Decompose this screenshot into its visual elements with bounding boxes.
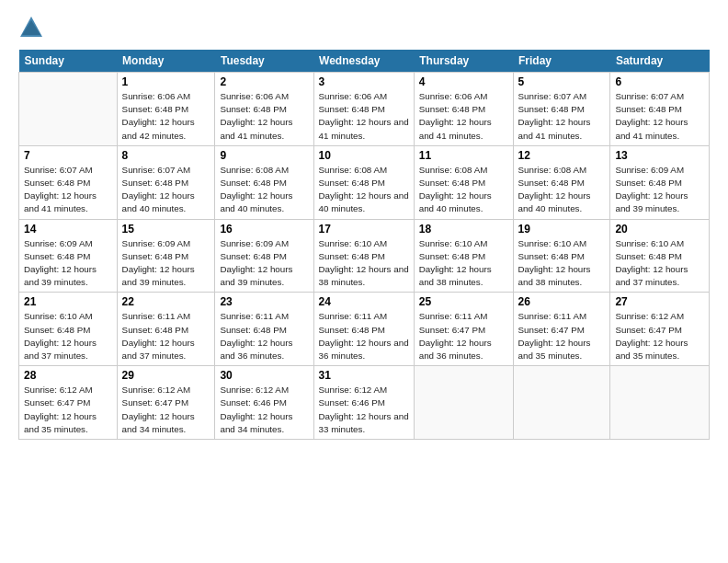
day-number: 27 (615, 295, 704, 308)
day-info: Sunrise: 6:12 AMSunset: 6:46 PMDaylight:… (220, 385, 292, 434)
day-number: 5 (518, 75, 606, 88)
calendar-cell: 26 Sunrise: 6:11 AMSunset: 6:47 PMDaylig… (513, 293, 610, 366)
calendar-cell: 4 Sunrise: 6:06 AMSunset: 6:48 PMDayligh… (414, 73, 513, 146)
logo-icon (18, 15, 44, 40)
day-info: Sunrise: 6:10 AMSunset: 6:48 PMDaylight:… (419, 238, 492, 288)
day-info: Sunrise: 6:09 AMSunset: 6:48 PMDaylight:… (220, 238, 292, 288)
day-info: Sunrise: 6:07 AMSunset: 6:48 PMDaylight:… (24, 165, 97, 214)
calendar-cell: 12 Sunrise: 6:08 AMSunset: 6:48 PMDaylig… (513, 145, 610, 219)
day-info: Sunrise: 6:12 AMSunset: 6:46 PMDaylight:… (319, 385, 409, 434)
day-info: Sunrise: 6:11 AMSunset: 6:48 PMDaylight:… (122, 311, 195, 361)
calendar-week-row: 14 Sunrise: 6:09 AMSunset: 6:48 PMDaylig… (19, 219, 710, 293)
day-number: 31 (319, 369, 409, 382)
calendar-cell: 20 Sunrise: 6:10 AMSunset: 6:48 PMDaylig… (610, 219, 710, 293)
calendar-week-row: 28 Sunrise: 6:12 AMSunset: 6:47 PMDaylig… (19, 366, 710, 440)
day-number: 29 (122, 369, 210, 382)
calendar-cell: 7 Sunrise: 6:07 AMSunset: 6:48 PMDayligh… (19, 145, 118, 219)
calendar-cell: 18 Sunrise: 6:10 AMSunset: 6:48 PMDaylig… (414, 219, 513, 293)
day-info: Sunrise: 6:09 AMSunset: 6:48 PMDaylight:… (122, 238, 195, 288)
weekday-label: Friday (513, 50, 610, 73)
day-info: Sunrise: 6:08 AMSunset: 6:48 PMDaylight:… (419, 165, 492, 214)
day-number: 12 (518, 149, 606, 162)
calendar-cell: 16 Sunrise: 6:09 AMSunset: 6:48 PMDaylig… (215, 219, 313, 293)
day-number: 15 (122, 223, 210, 236)
calendar-cell: 19 Sunrise: 6:10 AMSunset: 6:48 PMDaylig… (513, 219, 610, 293)
calendar-cell (414, 366, 513, 440)
calendar-cell: 2 Sunrise: 6:06 AMSunset: 6:48 PMDayligh… (215, 73, 313, 146)
day-info: Sunrise: 6:10 AMSunset: 6:48 PMDaylight:… (615, 238, 688, 288)
day-info: Sunrise: 6:08 AMSunset: 6:48 PMDaylight:… (518, 165, 591, 214)
calendar-cell: 22 Sunrise: 6:11 AMSunset: 6:48 PMDaylig… (117, 293, 215, 366)
day-number: 2 (220, 75, 308, 88)
day-info: Sunrise: 6:12 AMSunset: 6:47 PMDaylight:… (24, 385, 97, 434)
weekday-label: Tuesday (215, 50, 313, 73)
day-number: 14 (24, 223, 112, 236)
day-number: 24 (319, 295, 409, 308)
day-number: 11 (419, 149, 508, 162)
day-number: 25 (419, 295, 508, 308)
calendar-cell: 5 Sunrise: 6:07 AMSunset: 6:48 PMDayligh… (513, 73, 610, 146)
calendar-cell (610, 366, 710, 440)
calendar-cell: 14 Sunrise: 6:09 AMSunset: 6:48 PMDaylig… (19, 219, 118, 293)
calendar-cell: 24 Sunrise: 6:11 AMSunset: 6:48 PMDaylig… (313, 293, 414, 366)
day-number: 23 (220, 295, 308, 308)
day-number: 10 (319, 149, 409, 162)
calendar-cell: 31 Sunrise: 6:12 AMSunset: 6:46 PMDaylig… (313, 366, 414, 440)
calendar-body: 1 Sunrise: 6:06 AMSunset: 6:48 PMDayligh… (19, 73, 710, 440)
day-info: Sunrise: 6:09 AMSunset: 6:48 PMDaylight:… (24, 238, 97, 288)
day-info: Sunrise: 6:11 AMSunset: 6:47 PMDaylight:… (419, 311, 492, 361)
day-info: Sunrise: 6:11 AMSunset: 6:47 PMDaylight:… (518, 311, 591, 361)
day-number: 22 (122, 295, 210, 308)
calendar-week-row: 21 Sunrise: 6:10 AMSunset: 6:48 PMDaylig… (19, 293, 710, 366)
calendar-cell: 28 Sunrise: 6:12 AMSunset: 6:47 PMDaylig… (19, 366, 118, 440)
page: SundayMondayTuesdayWednesdayThursdayFrid… (0, 0, 728, 563)
day-number: 17 (319, 223, 409, 236)
calendar-cell: 1 Sunrise: 6:06 AMSunset: 6:48 PMDayligh… (117, 73, 215, 146)
day-number: 19 (518, 223, 606, 236)
day-info: Sunrise: 6:12 AMSunset: 6:47 PMDaylight:… (615, 311, 688, 361)
header (18, 15, 710, 40)
calendar-cell: 10 Sunrise: 6:08 AMSunset: 6:48 PMDaylig… (313, 145, 414, 219)
calendar-cell: 8 Sunrise: 6:07 AMSunset: 6:48 PMDayligh… (117, 145, 215, 219)
calendar-cell: 27 Sunrise: 6:12 AMSunset: 6:47 PMDaylig… (610, 293, 710, 366)
day-info: Sunrise: 6:06 AMSunset: 6:48 PMDaylight:… (122, 91, 195, 141)
calendar-cell: 21 Sunrise: 6:10 AMSunset: 6:48 PMDaylig… (19, 293, 118, 366)
weekday-label: Wednesday (313, 50, 414, 73)
calendar-cell: 9 Sunrise: 6:08 AMSunset: 6:48 PMDayligh… (215, 145, 313, 219)
calendar-cell: 6 Sunrise: 6:07 AMSunset: 6:48 PMDayligh… (610, 73, 710, 146)
day-info: Sunrise: 6:11 AMSunset: 6:48 PMDaylight:… (319, 311, 409, 361)
calendar-cell: 25 Sunrise: 6:11 AMSunset: 6:47 PMDaylig… (414, 293, 513, 366)
day-info: Sunrise: 6:07 AMSunset: 6:48 PMDaylight:… (518, 91, 591, 141)
day-info: Sunrise: 6:06 AMSunset: 6:48 PMDaylight:… (220, 91, 292, 141)
logo (18, 15, 48, 40)
calendar-week-row: 1 Sunrise: 6:06 AMSunset: 6:48 PMDayligh… (19, 73, 710, 146)
day-info: Sunrise: 6:10 AMSunset: 6:48 PMDaylight:… (24, 311, 97, 361)
day-number: 3 (319, 75, 409, 88)
svg-marker-1 (22, 20, 40, 35)
calendar-cell: 15 Sunrise: 6:09 AMSunset: 6:48 PMDaylig… (117, 219, 215, 293)
calendar-cell: 11 Sunrise: 6:08 AMSunset: 6:48 PMDaylig… (414, 145, 513, 219)
weekday-header-row: SundayMondayTuesdayWednesdayThursdayFrid… (19, 50, 710, 73)
calendar-cell: 23 Sunrise: 6:11 AMSunset: 6:48 PMDaylig… (215, 293, 313, 366)
day-info: Sunrise: 6:11 AMSunset: 6:48 PMDaylight:… (220, 311, 292, 361)
day-number: 18 (419, 223, 508, 236)
calendar-cell: 30 Sunrise: 6:12 AMSunset: 6:46 PMDaylig… (215, 366, 313, 440)
weekday-label: Thursday (414, 50, 513, 73)
day-info: Sunrise: 6:10 AMSunset: 6:48 PMDaylight:… (518, 238, 591, 288)
day-number: 9 (220, 149, 308, 162)
calendar-week-row: 7 Sunrise: 6:07 AMSunset: 6:48 PMDayligh… (19, 145, 710, 219)
day-info: Sunrise: 6:08 AMSunset: 6:48 PMDaylight:… (319, 165, 409, 214)
day-number: 13 (615, 149, 704, 162)
calendar-cell: 3 Sunrise: 6:06 AMSunset: 6:48 PMDayligh… (313, 73, 414, 146)
day-number: 26 (518, 295, 606, 308)
day-number: 20 (615, 223, 704, 236)
calendar-cell: 13 Sunrise: 6:09 AMSunset: 6:48 PMDaylig… (610, 145, 710, 219)
day-info: Sunrise: 6:09 AMSunset: 6:48 PMDaylight:… (615, 165, 688, 214)
day-number: 28 (24, 369, 112, 382)
day-info: Sunrise: 6:10 AMSunset: 6:48 PMDaylight:… (319, 238, 409, 288)
weekday-label: Sunday (19, 50, 118, 73)
day-number: 21 (24, 295, 112, 308)
day-info: Sunrise: 6:08 AMSunset: 6:48 PMDaylight:… (220, 165, 292, 214)
day-number: 30 (220, 369, 308, 382)
day-info: Sunrise: 6:06 AMSunset: 6:48 PMDaylight:… (319, 91, 409, 141)
